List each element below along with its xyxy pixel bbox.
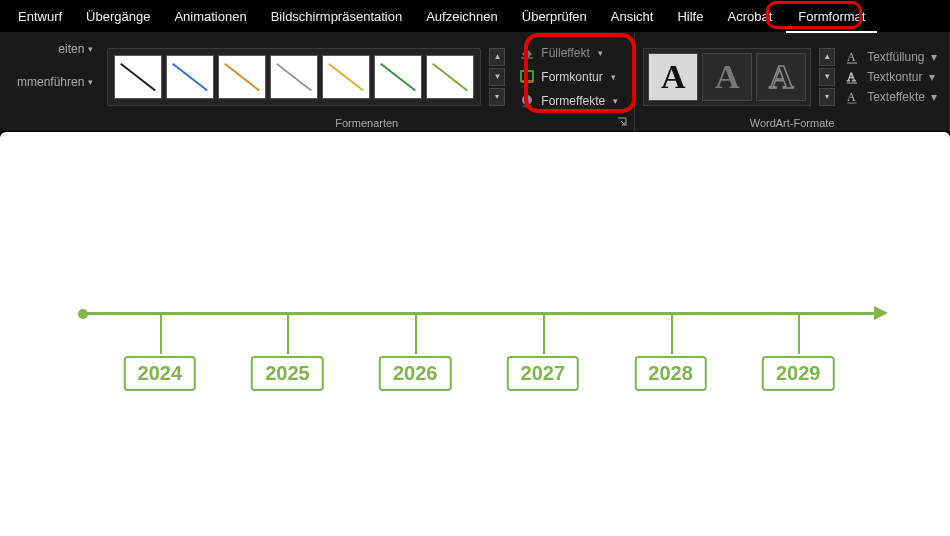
wordart-expand[interactable]: ▾ [819,88,835,106]
text-effects-icon: A [845,89,861,105]
tab-aufzeichnen[interactable]: Aufzeichnen [414,3,510,30]
timeline-year-label[interactable]: 2025 [251,356,324,391]
ribbon-left-partial: eiten ▾ mmenführen ▾ [0,32,99,131]
svg-line-0 [121,63,155,90]
chevron-down-icon: ▾ [598,48,603,58]
shape-style-gallery[interactable] [107,48,481,106]
fuelleffekt-button[interactable]: Fülleffekt ▾ [515,43,622,63]
chevron-down-icon: ▾ [88,44,93,54]
svg-rect-8 [521,71,533,81]
textfuellung-label: Textfüllung [867,50,924,64]
letter-a-icon: A [715,58,740,96]
gallery-spinner: ▲ ▼ ▾ [489,48,505,106]
chevron-down-icon: ▾ [931,50,937,64]
timeline-tick [160,314,162,354]
tab-acrobat[interactable]: Acrobat [715,3,784,30]
svg-line-5 [381,63,415,90]
svg-point-10 [522,95,532,105]
textkontur-label: Textkontur [867,70,922,84]
partial-bottom-label: mmenführen [17,75,84,89]
timeline-year-label[interactable]: 2024 [124,356,197,391]
timeline-arrow [874,306,888,320]
svg-point-11 [522,104,532,107]
paint-bucket-icon [519,45,535,61]
line-style-3[interactable] [218,55,266,99]
partial-top-label: eiten [58,42,84,56]
text-fill-icon: A [845,49,861,65]
svg-line-2 [225,63,259,90]
svg-line-6 [433,63,467,90]
outline-icon [519,69,535,85]
line-style-1[interactable] [114,55,162,99]
effects-icon [519,93,535,109]
wordart-scroll-down[interactable]: ▼ [819,68,835,86]
tab-animationen[interactable]: Animationen [162,3,258,30]
tab-bildschirmpraesentation[interactable]: Bildschirmpräsentation [259,3,415,30]
chevron-down-icon: ▾ [88,77,93,87]
partial-bottom[interactable]: mmenführen ▾ [6,75,93,89]
tab-formformat-label: Formformat [798,9,865,24]
tab-hilfe[interactable]: Hilfe [665,3,715,30]
svg-text:A: A [847,90,856,104]
tab-ansicht[interactable]: Ansicht [599,3,666,30]
timeline-year-label[interactable]: 2029 [762,356,835,391]
svg-point-17 [847,102,857,104]
timeline-year-label[interactable]: 2028 [634,356,707,391]
formeffekte-label: Formeffekte [541,94,605,108]
shape-options-column: Fülleffekt ▾ Formkontur ▾ Formeffekte ▾ [511,41,626,113]
wordart-style-2[interactable]: A [702,53,752,101]
formeffekte-button[interactable]: Formeffekte ▾ [515,91,622,111]
wordart-gallery[interactable]: A A A [643,48,811,106]
menu-tabs: Entwurf Übergänge Animationen Bildschirm… [0,0,950,32]
partial-top[interactable]: eiten ▾ [6,42,93,56]
timeline-start-dot [78,309,88,319]
formkontur-button[interactable]: Formkontur ▾ [515,67,622,87]
text-options-column: A Textfüllung ▾ A Textkontur ▾ A Texteff… [841,47,941,107]
timeline-tick [798,314,800,354]
letter-a-icon: A [769,58,794,96]
letter-a-icon: A [661,58,686,96]
group-label-formenarten: Formenarten [107,115,626,129]
line-style-5[interactable] [322,55,370,99]
svg-rect-15 [847,82,857,84]
tab-formformat[interactable]: Formformat [784,1,879,32]
gallery-scroll-up[interactable]: ▲ [489,48,505,66]
active-tab-underline [786,31,877,33]
timeline-year-label[interactable]: 2026 [379,356,452,391]
text-outline-icon: A [845,69,861,85]
dialog-launcher-icon[interactable] [616,116,628,128]
svg-rect-9 [521,81,533,83]
texteffekte-button[interactable]: A Texteffekte ▾ [845,89,937,105]
wordart-gallery-spinner: ▲ ▼ ▾ [819,48,835,106]
tab-ueberpruefen[interactable]: Überprüfen [510,3,599,30]
gallery-scroll-down[interactable]: ▼ [489,68,505,86]
textfuellung-button[interactable]: A Textfüllung ▾ [845,49,937,65]
wordart-style-3[interactable]: A [756,53,806,101]
timeline-year-label[interactable]: 2027 [507,356,580,391]
svg-line-4 [329,63,363,90]
ribbon: eiten ▾ mmenführen ▾ ▲ ▼ ▾ Fülleffekt ▾ [0,32,950,132]
wordart-scroll-up[interactable]: ▲ [819,48,835,66]
timeline-tick [543,314,545,354]
slide-canvas[interactable]: 202420252026202720282029 [0,132,950,536]
texteffekte-label: Texteffekte [867,90,925,104]
svg-text:A: A [847,50,856,64]
svg-line-3 [277,63,311,90]
line-style-6[interactable] [374,55,422,99]
wordart-style-1[interactable]: A [648,53,698,101]
line-style-4[interactable] [270,55,318,99]
formkontur-label: Formkontur [541,70,602,84]
textkontur-button[interactable]: A Textkontur ▾ [845,69,937,85]
group-formenarten: ▲ ▼ ▾ Fülleffekt ▾ Formkontur ▾ Formeffe… [99,32,635,131]
line-style-2[interactable] [166,55,214,99]
tab-uebergaenge[interactable]: Übergänge [74,3,162,30]
line-style-7[interactable] [426,55,474,99]
timeline-tick [287,314,289,354]
fuelleffekt-label: Fülleffekt [541,46,589,60]
chevron-down-icon: ▾ [613,96,618,106]
svg-line-1 [173,63,207,90]
gallery-expand[interactable]: ▾ [489,88,505,106]
tab-entwurf[interactable]: Entwurf [6,3,74,30]
chevron-down-icon: ▾ [929,70,935,84]
chevron-down-icon: ▾ [931,90,937,104]
